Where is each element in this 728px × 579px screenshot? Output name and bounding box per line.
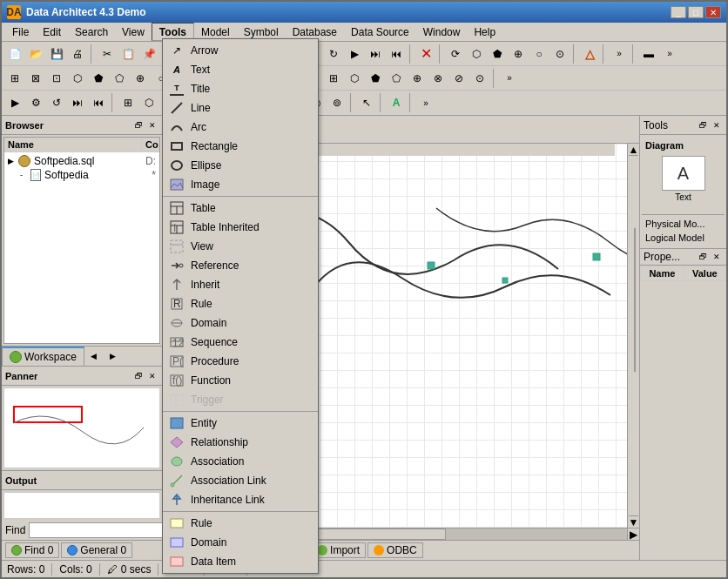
props-close[interactable]: ✕	[711, 251, 723, 263]
tree-expand-child[interactable]: -	[20, 171, 29, 179]
menu-edit[interactable]: Edit	[36, 23, 68, 41]
save-button[interactable]: 💾	[47, 44, 66, 64]
new-button[interactable]: 📄	[5, 44, 24, 64]
tb2-btn-l[interactable]: ⬡	[345, 69, 364, 88]
panner-close[interactable]: ✕	[146, 370, 158, 382]
tb2-double-arrow[interactable]: »	[500, 69, 519, 88]
browser-close[interactable]: ✕	[146, 119, 158, 131]
paste-button[interactable]: 📌	[139, 44, 158, 64]
menu-line[interactable]: Line	[163, 98, 318, 118]
minimize-button[interactable]: _	[671, 6, 686, 18]
tb2-btn-d[interactable]: ⬡	[68, 69, 87, 88]
maximize-button[interactable]: □	[688, 6, 704, 18]
tb3-double-arrow[interactable]: »	[416, 93, 435, 112]
menu-help[interactable]: Help	[467, 23, 502, 41]
import-tab[interactable]: Import	[311, 542, 366, 558]
diagram-text-item[interactable]: A Text	[642, 152, 725, 205]
props-restore[interactable]: 🗗	[697, 251, 709, 263]
tb-btn-h[interactable]: ▶	[345, 44, 364, 64]
menu-function[interactable]: f() Function	[163, 371, 318, 390]
cut-button[interactable]: ✂	[98, 44, 117, 64]
tb-btn-o[interactable]: ⊕	[509, 44, 528, 64]
tb-btn-m[interactable]: ⬡	[467, 44, 486, 64]
tb2-btn-f[interactable]: ⬠	[110, 69, 129, 88]
menu-file[interactable]: File	[5, 23, 36, 41]
find-input[interactable]	[29, 522, 165, 538]
menu-trigger[interactable]: T Trigger	[163, 390, 318, 409]
tb2-btn-k[interactable]: ⊞	[324, 69, 343, 88]
tree-expand-root[interactable]: ▶	[8, 157, 17, 165]
tb-btn-j[interactable]: ⏮	[387, 44, 406, 64]
menu-table[interactable]: Table	[163, 199, 318, 218]
copy-button[interactable]: 📋	[118, 44, 138, 64]
menu-domain[interactable]: Domain	[163, 313, 318, 333]
tb2-btn-p[interactable]: ⊗	[428, 69, 448, 88]
menu-ellipse[interactable]: Ellipse	[163, 156, 318, 175]
menu-view[interactable]: View	[163, 237, 318, 256]
menu-procedure[interactable]: P() Procedure	[163, 352, 318, 371]
menu-datasource[interactable]: Data Source	[344, 23, 416, 41]
menu-sequence[interactable]: 123 Sequence	[163, 333, 318, 352]
tb-double-arrow[interactable]: »	[610, 44, 629, 64]
general-tab[interactable]: General 0	[61, 542, 132, 558]
tb-btn-i[interactable]: ⏭	[366, 44, 385, 64]
tab-left[interactable]: ◀	[84, 347, 104, 366]
menu-arc[interactable]: Arc	[163, 118, 318, 137]
menu-rectangle[interactable]: Rectangle	[163, 137, 318, 156]
tb2-btn-g[interactable]: ⊕	[131, 69, 150, 88]
logical-model-item[interactable]: Logical Model	[642, 231, 725, 245]
menu-association-link[interactable]: Association Link	[163, 471, 318, 490]
physical-model-item[interactable]: Physical Mo...	[642, 217, 725, 231]
tb3-fwd[interactable]: ⏭	[68, 93, 87, 112]
tb-btn-s[interactable]: ▬	[639, 44, 658, 64]
open-button[interactable]: 📂	[26, 44, 45, 64]
menu-title[interactable]: T Title	[163, 79, 318, 98]
menu-inheritance-link[interactable]: Inheritance Link	[163, 490, 318, 509]
menu-arrow[interactable]: ↗ Arrow	[163, 41, 318, 60]
workspace-tab[interactable]: Workspace	[2, 347, 84, 366]
menu-rule2[interactable]: Rule	[163, 514, 318, 533]
tb2-btn-a[interactable]: ⊞	[5, 69, 24, 88]
tb3-cursor[interactable]: ↖	[357, 93, 376, 112]
print-button[interactable]: 🖨	[68, 44, 87, 64]
tb2-btn-b[interactable]: ⊠	[26, 69, 45, 88]
tb3-a[interactable]: ⊞	[118, 93, 138, 112]
scroll-up-button[interactable]: ▲	[629, 144, 639, 156]
tb2-btn-e[interactable]: ⬟	[89, 69, 108, 88]
menu-image[interactable]: Image	[163, 175, 318, 194]
tb2-btn-n[interactable]: ⬠	[387, 69, 406, 88]
tb2-btn-q[interactable]: ⊘	[449, 69, 468, 88]
menu-association[interactable]: Association	[163, 452, 318, 471]
tb3-b[interactable]: ⬡	[139, 93, 158, 112]
tb-btn-k[interactable]: ✕	[416, 44, 435, 64]
tb-btn-r[interactable]: △	[580, 44, 599, 64]
odbc-tab[interactable]: ODBC	[367, 542, 423, 558]
tb-double-arrow2[interactable]: »	[660, 44, 679, 64]
tb3-font[interactable]: A	[387, 93, 406, 112]
menu-domain2[interactable]: Domain	[163, 533, 318, 552]
tb2-btn-m[interactable]: ⬟	[366, 69, 385, 88]
menu-text[interactable]: A Text	[163, 60, 318, 79]
menu-data-item[interactable]: Data Item	[163, 552, 318, 571]
scroll-right-button[interactable]: ▶	[627, 529, 639, 540]
tb3-gear[interactable]: ⚙	[26, 93, 45, 112]
right-panel-close[interactable]: ✕	[711, 119, 723, 131]
tb2-btn-o[interactable]: ⊕	[408, 69, 427, 88]
tb-btn-q[interactable]: ⊙	[550, 44, 570, 64]
tb-btn-g[interactable]: ↻	[324, 44, 343, 64]
tb2-btn-c[interactable]: ⊡	[47, 69, 66, 88]
tb-btn-l[interactable]: ⟳	[446, 44, 465, 64]
tb3-play[interactable]: ▶	[5, 93, 24, 112]
menu-entity[interactable]: Entity	[163, 414, 318, 433]
menu-search[interactable]: Search	[68, 23, 115, 41]
find-tab[interactable]: Find 0	[5, 542, 59, 558]
menu-table-inherited[interactable]: I Table Inherited	[163, 218, 318, 237]
panner-content[interactable]	[3, 387, 160, 468]
scroll-v-thumb[interactable]	[634, 228, 636, 372]
menu-inherit[interactable]: Inherit	[163, 275, 318, 294]
right-panel-restore[interactable]: 🗗	[697, 119, 709, 131]
tree-root[interactable]: ▶ Softpedia.sql D:	[6, 154, 158, 168]
panner-restore[interactable]: 🗗	[132, 370, 145, 382]
tree-child[interactable]: - 📄 Softpedia *	[6, 168, 158, 182]
browser-restore[interactable]: 🗗	[132, 119, 145, 131]
